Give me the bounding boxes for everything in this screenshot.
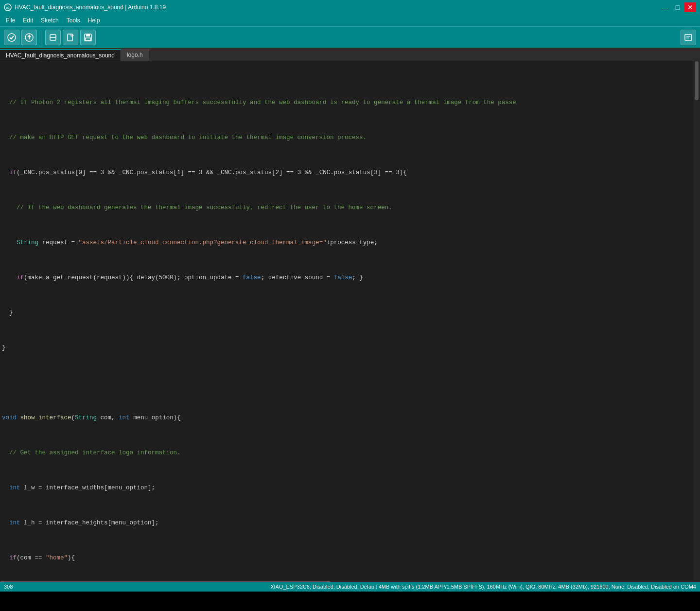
minimize-button[interactable]: — xyxy=(659,2,671,12)
code-line: int l_h = interface_heights[menu_option]… xyxy=(0,519,700,527)
menu-file[interactable]: File xyxy=(2,16,19,25)
serial-monitor-button[interactable] xyxy=(681,30,696,45)
titlebar: ∞ HVAC_fault_diagnosis_anomalous_sound |… xyxy=(0,0,700,15)
toolbar xyxy=(0,26,700,48)
code-line: // make an HTTP GET request to the web d… xyxy=(0,133,700,142)
tab-main[interactable]: HVAC_fault_diagnosis_anomalous_sound xyxy=(0,49,121,61)
titlebar-controls: — □ ✕ xyxy=(659,2,696,12)
code-line: // If Photon 2 registers all thermal ima… xyxy=(0,98,700,107)
code-line: if(com == "home"){ xyxy=(0,554,700,562)
board-info: XIAO_ESP32C6, Disabled, Disabled, Defaul… xyxy=(270,584,696,590)
menubar: File Edit Sketch Tools Help xyxy=(0,15,700,26)
bottom-area xyxy=(0,592,700,611)
upload-icon xyxy=(25,33,34,42)
code-line xyxy=(0,378,700,387)
vscrollbar-thumb[interactable] xyxy=(695,61,699,100)
tab-main-label: HVAC_fault_diagnosis_anomalous_sound xyxy=(6,52,115,59)
new-icon xyxy=(66,33,75,42)
maximize-button[interactable]: □ xyxy=(672,2,683,12)
debug-icon xyxy=(49,33,57,42)
tab-logo-label: logo.h xyxy=(127,52,143,58)
save-button[interactable] xyxy=(80,30,96,45)
menu-help[interactable]: Help xyxy=(84,16,104,25)
code-line: // If the web dashboard generates the th… xyxy=(0,203,700,212)
tab-logo[interactable]: logo.h xyxy=(121,49,149,61)
tabs: HVAC_fault_diagnosis_anomalous_sound log… xyxy=(0,48,700,61)
menu-edit[interactable]: Edit xyxy=(19,16,37,25)
code-content: // If Photon 2 registers all thermal ima… xyxy=(0,61,700,580)
verify-button[interactable] xyxy=(4,30,19,45)
menu-sketch[interactable]: Sketch xyxy=(37,16,63,25)
svg-text:∞: ∞ xyxy=(6,5,9,10)
vertical-scrollbar[interactable] xyxy=(693,61,700,582)
verify-icon xyxy=(7,33,16,42)
arduino-icon: ∞ xyxy=(4,3,12,11)
code-line: void show_interface(String com, int menu… xyxy=(0,413,700,422)
horizontal-scrollbar[interactable] xyxy=(0,580,700,582)
svg-rect-11 xyxy=(685,35,692,40)
serial-icon xyxy=(684,33,693,42)
code-line: if(make_a_get_request(request)){ delay(5… xyxy=(0,273,700,282)
statusbar: 308 XIAO_ESP32C6, Disabled, Disabled, De… xyxy=(0,582,700,592)
save-icon xyxy=(84,33,92,42)
new-button[interactable] xyxy=(63,30,78,45)
code-editor[interactable]: // If Photon 2 registers all thermal ima… xyxy=(0,61,700,582)
svg-rect-6 xyxy=(68,34,72,41)
svg-rect-10 xyxy=(86,38,90,40)
line-number: 308 xyxy=(4,584,13,590)
toolbar-separator-1 xyxy=(41,31,41,44)
titlebar-left: ∞ HVAC_fault_diagnosis_anomalous_sound |… xyxy=(4,3,166,11)
menu-tools[interactable]: Tools xyxy=(63,16,84,25)
titlebar-title: HVAC_fault_diagnosis_anomalous_sound | A… xyxy=(15,4,166,11)
code-line: String request = "assets/Particle_cloud_… xyxy=(0,238,700,247)
code-line: // Get the assigned interface logo infor… xyxy=(0,449,700,457)
code-line: int l_w = interface_widths[menu_option]; xyxy=(0,484,700,492)
svg-rect-9 xyxy=(86,34,90,36)
hscrollbar-thumb[interactable] xyxy=(0,581,331,582)
close-button[interactable]: ✕ xyxy=(684,2,696,12)
code-line: if(_CNC.pos_status[0] == 3 && _CNC.pos_s… xyxy=(0,168,700,177)
debug-button[interactable] xyxy=(45,30,61,45)
code-line: } xyxy=(0,308,700,317)
svg-point-2 xyxy=(8,34,16,41)
upload-button[interactable] xyxy=(21,30,37,45)
code-line: } xyxy=(0,343,700,352)
